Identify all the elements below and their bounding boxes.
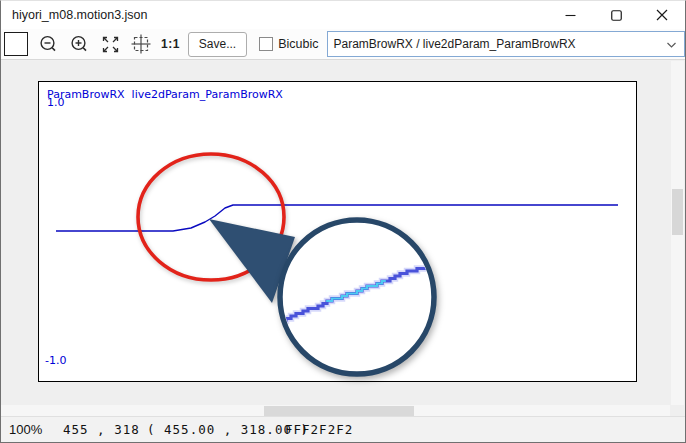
center-crosshair-button[interactable]: [130, 33, 152, 55]
center-crosshair-icon: [130, 33, 152, 55]
zoom-out-button[interactable]: [37, 33, 59, 55]
horizontal-scrollbar-thumb[interactable]: [264, 406, 414, 416]
minimize-icon: [565, 10, 576, 21]
zoom-out-icon: [38, 34, 58, 54]
bicubic-label: Bicubic: [278, 37, 318, 51]
minimize-button[interactable]: [547, 1, 593, 29]
titlebar: hiyori_m08.motion3.json: [1, 1, 685, 29]
maximize-button[interactable]: [593, 1, 639, 29]
close-icon: [656, 9, 668, 21]
zoom-level: 100%: [9, 422, 42, 437]
window-title: hiyori_m08.motion3.json: [1, 8, 148, 22]
caption-buttons: [547, 1, 685, 29]
app-window: hiyori_m08.motion3.json: [0, 0, 686, 443]
pixel-color-value: FFF2F2F2: [285, 422, 353, 437]
chevron-down-icon: [666, 37, 677, 53]
close-button[interactable]: [639, 1, 685, 29]
toolbar: 1:1 Save... Bicubic ParamBrowRX / live2d…: [1, 29, 685, 60]
maximize-icon: [611, 10, 622, 21]
param-select-value: ParamBrowRX / live2dParam_ParamBrowRX: [334, 37, 576, 51]
vertical-scrollbar[interactable]: [671, 61, 684, 405]
bicubic-checkbox[interactable]: [259, 37, 273, 51]
zoom-in-icon: [69, 34, 89, 54]
zoom-in-button[interactable]: [68, 33, 90, 55]
color-swatch[interactable]: [4, 32, 28, 56]
y-max-label: 1.0: [47, 96, 65, 109]
canvas-area[interactable]: ParamBrowRX live2dParam_ParamBrowRX 1.0 …: [1, 61, 685, 417]
cursor-position: 455 , 318: [63, 422, 140, 437]
vertical-scrollbar-thumb[interactable]: [672, 189, 683, 235]
y-min-label: -1.0: [45, 354, 66, 367]
statusbar: 100% 455 , 318 ( 455.00 , 318.00 ) FFF2F…: [1, 416, 685, 442]
fit-to-window-button[interactable]: [99, 33, 121, 55]
scale-1to1-label: 1:1: [161, 37, 180, 51]
param-select[interactable]: ParamBrowRX / live2dParam_ParamBrowRX: [327, 31, 686, 57]
save-button[interactable]: Save...: [188, 32, 247, 57]
curve-chart[interactable]: ParamBrowRX live2dParam_ParamBrowRX 1.0 …: [38, 81, 637, 382]
fit-to-window-icon: [100, 34, 121, 55]
chart-param-label: ParamBrowRX live2dParam_ParamBrowRX: [47, 88, 283, 101]
